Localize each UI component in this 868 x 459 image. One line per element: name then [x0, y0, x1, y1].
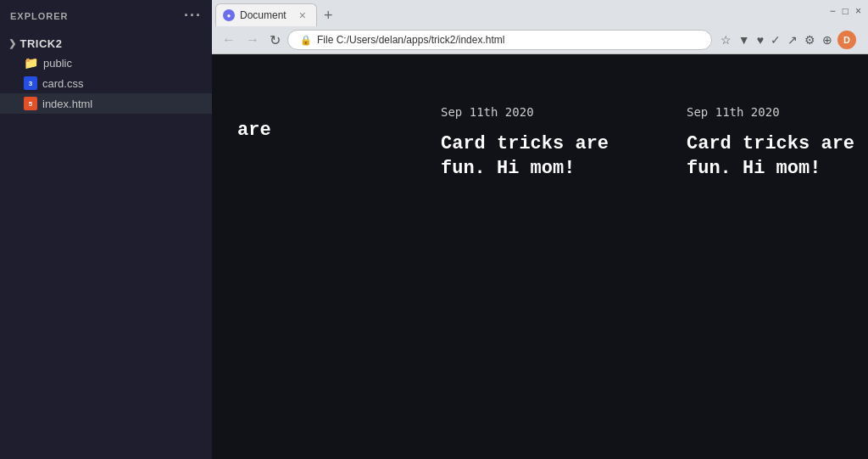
new-tab-button[interactable]: +	[317, 8, 340, 26]
address-bar-row: ← → ↻ 🔒 File C:/Users/delan/apps/trick2/…	[212, 26, 868, 53]
folder-trick2[interactable]: ❯ TRICK2	[0, 35, 212, 53]
extension3-icon[interactable]: ✓	[769, 31, 782, 48]
profile-avatar[interactable]: D	[837, 31, 856, 49]
sidebar-item-index-html[interactable]: 5 index.html	[0, 93, 212, 114]
browser-chrome: ● Document × + − □ × ← → ↻ 🔒 File C:/Use…	[212, 0, 868, 54]
window-close-button[interactable]: ×	[855, 5, 861, 17]
forward-button[interactable]: →	[242, 31, 263, 49]
back-button[interactable]: ←	[219, 31, 239, 49]
browser-right-icons: ☆ ▼ ♥ ✓ ↗ ⚙ ⊕ D	[715, 31, 861, 49]
browser-content: are Sep 11th 2020 Card tricks arefun. Hi…	[212, 54, 868, 459]
card-body-1: are	[237, 119, 424, 143]
file-name-public: public	[43, 57, 72, 70]
lock-icon: 🔒	[300, 35, 312, 46]
window-minimize-button[interactable]: −	[830, 5, 836, 17]
tab-favicon: ●	[223, 9, 235, 21]
tab-title: Document	[240, 9, 287, 21]
reload-button[interactable]: ↻	[266, 31, 284, 50]
folder-chevron: ❯	[8, 38, 17, 49]
sidebar-header: Explorer ···	[0, 0, 212, 31]
sidebar-item-card-css[interactable]: 3 card.css	[0, 73, 212, 93]
extension1-icon[interactable]: ▼	[737, 31, 752, 48]
address-text: File C:/Users/delan/apps/trick2/index.ht…	[317, 34, 699, 46]
folder-section: ❯ TRICK2 📁 public 3 card.css 5 index.htm…	[0, 31, 212, 117]
sidebar-item-public[interactable]: 📁 public	[0, 53, 212, 73]
sidebar: Explorer ··· ❯ TRICK2 📁 public 3 card.cs…	[0, 0, 212, 459]
tab-close-button[interactable]: ×	[298, 8, 308, 22]
file-name-card-css: card.css	[42, 77, 83, 90]
card-body-2: Card tricks arefun. Hi mom!	[441, 132, 670, 181]
bookmark-icon[interactable]: ☆	[719, 31, 733, 48]
tab-bar: ● Document × + − □ ×	[212, 0, 868, 26]
browser-pane: ● Document × + − □ × ← → ↻ 🔒 File C:/Use…	[212, 0, 868, 459]
browser-tab-document[interactable]: ● Document ×	[215, 3, 317, 26]
folder-icon: 📁	[24, 56, 38, 70]
settings-icon[interactable]: ⚙	[803, 31, 817, 48]
window-maximize-button[interactable]: □	[843, 5, 849, 17]
share-icon[interactable]: ↗	[786, 31, 799, 48]
folder-name: TRICK2	[20, 37, 63, 50]
card-body-3: Card tricks arefun. Hi mom!	[687, 132, 868, 181]
tab-row-container: ● Document × + − □ ×	[212, 0, 868, 26]
extension2-icon[interactable]: ♥	[755, 31, 765, 48]
card-partial-left: are	[229, 105, 432, 442]
address-bar[interactable]: 🔒 File C:/Users/delan/apps/trick2/index.…	[287, 30, 712, 50]
card-date-3: Sep 11th 2020	[687, 105, 868, 119]
card-2: Sep 11th 2020 Card tricks arefun. Hi mom…	[432, 105, 678, 442]
sidebar-more-button[interactable]: ···	[184, 7, 202, 25]
css-icon: 3	[24, 76, 37, 90]
card-3: Sep 11th 2020 Card tricks arefun. Hi mom…	[678, 105, 868, 442]
html-icon: 5	[24, 97, 37, 110]
add-icon[interactable]: ⊕	[821, 31, 834, 48]
file-name-index-html: index.html	[42, 98, 92, 110]
sidebar-title: Explorer	[10, 11, 69, 21]
card-date-2: Sep 11th 2020	[441, 105, 670, 119]
